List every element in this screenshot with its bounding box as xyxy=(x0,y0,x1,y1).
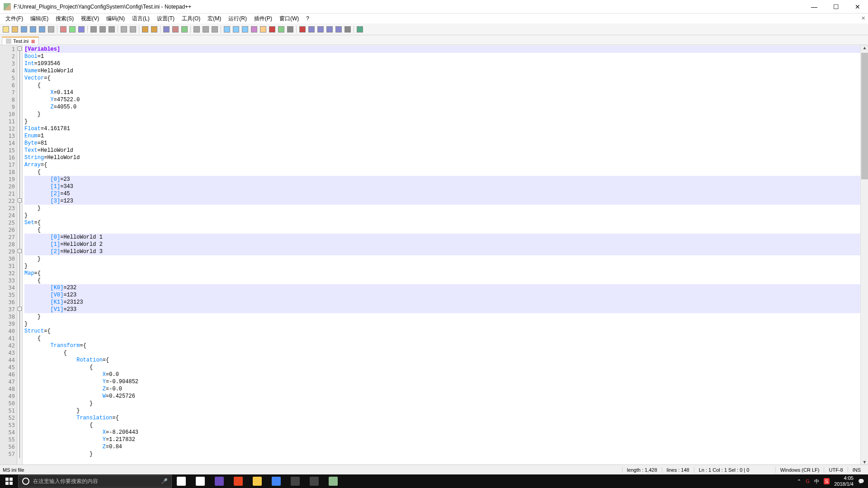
code-line[interactable]: [3]=123 xyxy=(24,197,868,205)
code-line[interactable]: [2]=HelloWorld 3 xyxy=(24,248,868,255)
code-line[interactable]: { xyxy=(24,422,868,429)
toolbar-button-2[interactable] xyxy=(20,25,28,33)
code-line[interactable]: } xyxy=(24,205,868,212)
toolbar-button-1[interactable] xyxy=(11,25,19,33)
toolbar-button-16[interactable] xyxy=(129,25,137,33)
menu-item-4[interactable]: 编码(N) xyxy=(104,14,127,23)
code-area[interactable]: [Variables]Bool=1Int=1093546Name=HelloWo… xyxy=(23,45,868,466)
tray-icon[interactable]: S xyxy=(824,478,830,484)
fold-toggle[interactable]: - xyxy=(18,249,22,253)
code-line[interactable]: Set={ xyxy=(24,219,868,226)
explorer-icon[interactable] xyxy=(248,474,267,488)
menu-item-12[interactable]: ? xyxy=(303,14,312,23)
code-line[interactable]: [V0]=123 xyxy=(24,291,868,299)
code-line[interactable]: [2]=45 xyxy=(24,190,868,197)
toolbar-button-5[interactable] xyxy=(47,25,55,33)
toolbar-button-18[interactable] xyxy=(141,25,149,33)
code-line[interactable]: { xyxy=(24,226,868,234)
code-line[interactable]: Z=-0.0 xyxy=(24,385,868,393)
code-line[interactable]: { xyxy=(24,335,868,342)
app-icon[interactable] xyxy=(229,474,248,488)
code-line[interactable]: String=HelloWorld xyxy=(24,154,868,161)
notifications-icon[interactable]: 💬 xyxy=(858,479,864,484)
scroll-up-arrow[interactable]: ▲ xyxy=(861,45,868,52)
toolbar-button-7[interactable] xyxy=(59,25,67,33)
taskbar-search[interactable]: 在这里输入你要搜索的内容 🎤 xyxy=(18,475,172,488)
toolbar-button-29[interactable] xyxy=(223,25,231,33)
code-line[interactable]: } xyxy=(24,118,868,125)
taskbar-clock[interactable]: 4:05 2018/1/4 xyxy=(834,475,854,487)
fold-toggle[interactable]: - xyxy=(18,307,22,311)
code-line[interactable]: Y=1.217832 xyxy=(24,436,868,443)
code-line[interactable]: Rotation={ xyxy=(24,357,868,364)
toolbar-button-4[interactable] xyxy=(38,25,46,33)
toolbar-button-41[interactable] xyxy=(326,25,334,33)
menu-item-3[interactable]: 视图(V) xyxy=(78,14,102,23)
tray-chevron-icon[interactable]: ⌃ xyxy=(797,479,801,484)
code-line[interactable]: [K1]=23123 xyxy=(24,299,868,306)
code-line[interactable]: Transform={ xyxy=(24,342,868,349)
toolbar-button-3[interactable] xyxy=(29,25,37,33)
tab-close-icon[interactable]: ⊠ xyxy=(31,39,35,44)
code-line[interactable]: Z=4055.0 xyxy=(24,103,868,111)
code-line[interactable]: [0]=HelloWorld 1 xyxy=(24,234,868,241)
tray-icon[interactable]: G xyxy=(806,479,810,484)
toolbar-button-13[interactable] xyxy=(108,25,116,33)
unreal-icon[interactable] xyxy=(305,474,324,488)
menu-item-10[interactable]: 插件(P) xyxy=(251,14,275,23)
code-line[interactable]: Bool=1 xyxy=(24,53,868,60)
code-line[interactable]: { xyxy=(24,364,868,371)
code-line[interactable]: { xyxy=(24,82,868,89)
code-line[interactable]: [1]=HelloWorld 2 xyxy=(24,241,868,248)
code-line[interactable]: } xyxy=(24,313,868,320)
fold-toggle[interactable]: - xyxy=(18,47,22,51)
file-tab[interactable]: Test.ini ⊠ xyxy=(2,37,39,45)
code-line[interactable]: [0]=23 xyxy=(24,176,868,183)
toolbar-button-22[interactable] xyxy=(171,25,179,33)
toolbar-button-30[interactable] xyxy=(232,25,240,33)
code-line[interactable]: Y=-0.904852 xyxy=(24,378,868,385)
toolbar-button-21[interactable] xyxy=(162,25,170,33)
scroll-thumb[interactable] xyxy=(861,53,868,179)
menu-item-9[interactable]: 运行(R) xyxy=(226,14,250,23)
code-line[interactable]: Float=4.161781 xyxy=(24,125,868,132)
menu-item-7[interactable]: 工具(O) xyxy=(179,14,203,23)
toolbar-button-35[interactable] xyxy=(277,25,285,33)
menu-item-6[interactable]: 设置(T) xyxy=(154,14,177,23)
code-line[interactable]: [Variables] xyxy=(24,46,868,53)
task-view-icon[interactable] xyxy=(172,474,191,488)
code-line[interactable]: Map={ xyxy=(24,270,868,277)
secondary-close-button[interactable]: ✕ xyxy=(861,15,865,21)
epic-icon[interactable] xyxy=(286,474,305,488)
code-line[interactable]: [1]=343 xyxy=(24,183,868,190)
code-line[interactable]: W=0.425726 xyxy=(24,393,868,400)
code-line[interactable]: } xyxy=(24,320,868,328)
toolbar-button-25[interactable] xyxy=(193,25,201,33)
mic-icon[interactable]: 🎤 xyxy=(161,478,168,484)
code-line[interactable]: } xyxy=(24,407,868,414)
start-button[interactable] xyxy=(0,474,18,488)
code-line[interactable]: Struct={ xyxy=(24,328,868,335)
toolbar-button-34[interactable] xyxy=(268,25,276,33)
code-line[interactable]: { xyxy=(24,169,868,176)
menu-item-0[interactable]: 文件(F) xyxy=(3,14,26,23)
close-button[interactable]: ✕ xyxy=(851,3,864,10)
toolbar-button-27[interactable] xyxy=(211,25,219,33)
menu-item-11[interactable]: 窗口(W) xyxy=(277,14,302,23)
code-line[interactable]: } xyxy=(24,400,868,407)
menu-item-2[interactable]: 搜索(S) xyxy=(53,14,76,23)
chrome-icon[interactable] xyxy=(267,474,286,488)
toolbar-button-36[interactable] xyxy=(286,25,294,33)
code-line[interactable]: X=0.0 xyxy=(24,371,868,378)
toolbar-button-40[interactable] xyxy=(316,25,325,33)
code-line[interactable]: Translation={ xyxy=(24,414,868,422)
toolbar-button-0[interactable] xyxy=(2,25,10,33)
code-line[interactable]: Text=HelloWorld xyxy=(24,147,868,154)
toolbar-button-11[interactable] xyxy=(90,25,98,33)
code-line[interactable]: } xyxy=(24,450,868,458)
code-line[interactable]: Int=1093546 xyxy=(24,60,868,67)
code-line[interactable]: Y=47522.0 xyxy=(24,96,868,103)
tray-ime-icon[interactable]: 中 xyxy=(814,478,819,485)
toolbar-button-45[interactable] xyxy=(356,25,364,33)
maximize-button[interactable]: ☐ xyxy=(829,3,843,10)
